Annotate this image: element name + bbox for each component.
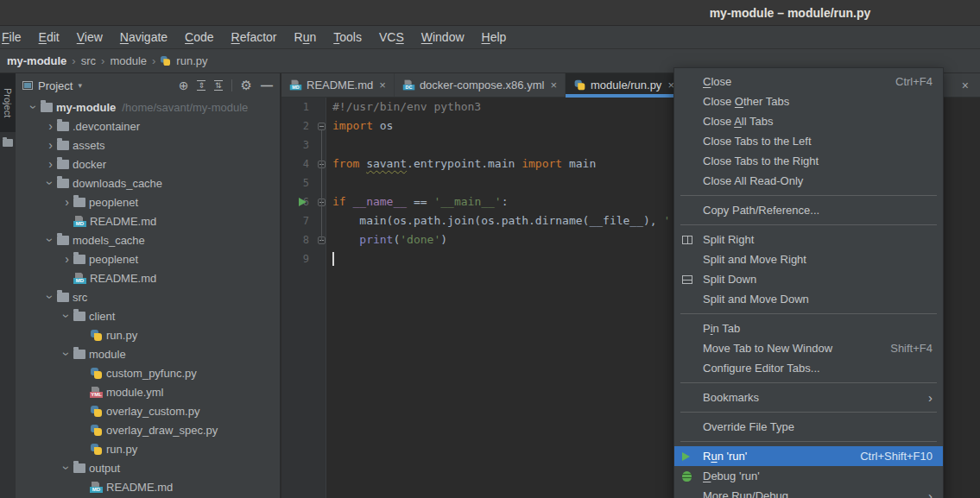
menu-item-split-down[interactable]: Split Down (674, 269, 943, 289)
project-tool-window-button[interactable]: Project (0, 73, 16, 132)
menu-vcs[interactable]: VCS (370, 26, 413, 49)
python-file-icon (160, 56, 171, 66)
breadcrumb-run-py[interactable]: run.py (174, 54, 209, 67)
tree-item-readme[interactable]: MDREADME.md (16, 211, 281, 230)
menu-item-configure-editor-tabs[interactable]: Configure Editor Tabs... (674, 358, 943, 378)
menu-item-debug-run[interactable]: Debug 'run' (674, 466, 943, 486)
chevron-right-icon[interactable] (44, 119, 57, 133)
menu-code[interactable]: Code (176, 26, 222, 49)
menu-item-close-tabs-left[interactable]: Close Tabs to the Left (674, 131, 943, 151)
menu-item-split-right[interactable]: Split Right (674, 230, 943, 249)
tab-docker-compose[interactable]: DC docker-compose.x86.yml (395, 73, 566, 97)
tree-item-run-py[interactable]: run.py (16, 439, 281, 458)
menu-refactor[interactable]: Refactor (223, 26, 286, 49)
menu-help[interactable]: Help (473, 26, 515, 49)
tree-item-models-cache[interactable]: models_cache (16, 230, 281, 249)
menu-file[interactable]: File (0, 26, 30, 49)
project-view-selector[interactable]: Project (38, 79, 73, 92)
close-icon[interactable] (951, 73, 980, 97)
menu-item-close-other-tabs[interactable]: Close Other Tabs (674, 91, 943, 111)
breadcrumb-module[interactable]: module (108, 54, 149, 67)
close-icon[interactable] (550, 79, 557, 91)
chevron-right-icon (101, 54, 104, 67)
folder-icon (73, 312, 85, 321)
breadcrumb-my-module[interactable]: my-module (5, 54, 68, 67)
chevron-right-icon[interactable] (44, 138, 57, 152)
breadcrumb-src[interactable]: src (79, 54, 98, 67)
submenu-arrow-icon (928, 489, 933, 498)
hide-panel-icon[interactable] (261, 79, 273, 91)
menu-run[interactable]: Run (286, 26, 326, 49)
tree-item-overlay-draw-spec[interactable]: overlay_draw_spec.py (16, 420, 281, 439)
menu-item-close-all-read-only[interactable]: Close All Read-Only (674, 171, 943, 191)
chevron-down-icon[interactable] (44, 290, 57, 304)
tree-item-my-module[interactable]: my-module/home/savant/my-module (16, 98, 281, 117)
chevron-right-icon[interactable] (60, 195, 73, 209)
tree-item-readme[interactable]: MDREADME.md (16, 477, 281, 496)
tab-module-run[interactable]: module/run.py (566, 73, 683, 97)
menu-item-run-run[interactable]: Run 'run'Ctrl+Shift+F10 (674, 446, 943, 466)
project-panel: Project my-module/home/savant/my-module … (16, 73, 281, 498)
fold-marker-icon[interactable] (318, 123, 326, 130)
menu-item-close-all-tabs[interactable]: Close All Tabs (674, 111, 943, 131)
folder-icon (57, 160, 69, 169)
tree-item-peoplenet[interactable]: peoplenet (16, 249, 281, 268)
chevron-down-icon[interactable] (78, 81, 82, 90)
tree-item-output[interactable]: output (16, 458, 281, 477)
chevron-right-icon (152, 54, 155, 67)
chevron-right-icon[interactable] (44, 157, 57, 171)
run-icon[interactable] (299, 198, 307, 206)
chevron-down-icon[interactable] (60, 461, 73, 475)
tree-item-devcontainer[interactable]: .devcontainer (16, 117, 281, 136)
menu-separator (680, 382, 937, 383)
expand-all-icon[interactable] (197, 80, 205, 91)
tree-item-readme[interactable]: MDREADME.md (16, 268, 281, 287)
menu-item-copy-path-reference[interactable]: Copy Path/Reference... (674, 200, 943, 220)
chevron-down-icon[interactable] (28, 100, 41, 114)
tree-item-custom-pyfunc[interactable]: custom_pyfunc.py (16, 363, 281, 382)
tree-item-peoplenet[interactable]: peoplenet (16, 192, 281, 211)
markdown-file-icon: MD (290, 80, 302, 91)
tree-item-module-yml[interactable]: YMLmodule.yml (16, 382, 281, 401)
menu-item-close[interactable]: CloseCtrl+F4 (674, 72, 943, 91)
collapse-all-icon[interactable] (214, 80, 223, 91)
menu-edit[interactable]: Edit (30, 26, 68, 49)
menu-navigate[interactable]: Navigate (111, 26, 176, 49)
tree-item-assets[interactable]: assets (16, 136, 281, 154)
menu-window[interactable]: Window (413, 26, 473, 49)
folder-icon (73, 463, 85, 473)
menu-item-split-and-move-down[interactable]: Split and Move Down (674, 289, 943, 309)
folder-icon (41, 103, 53, 112)
chevron-down-icon[interactable] (44, 233, 57, 247)
chevron-down-icon[interactable] (60, 347, 73, 361)
menu-separator (680, 195, 937, 196)
chevron-down-icon[interactable] (60, 309, 73, 323)
menu-item-bookmarks[interactable]: Bookmarks (674, 388, 943, 407)
tab-readme[interactable]: MD README.md (281, 73, 395, 97)
menu-item-more-run-debug[interactable]: More Run/Debug (674, 486, 943, 498)
menu-tools[interactable]: Tools (325, 26, 370, 49)
tree-item-overlay-custom[interactable]: overlay_custom.py (16, 401, 281, 420)
chevron-right-icon[interactable] (60, 252, 73, 266)
folder-icon (57, 122, 69, 131)
settings-gear-icon[interactable] (241, 79, 252, 91)
tree-item-downloads-cache[interactable]: downloads_cache (16, 173, 281, 192)
menu-item-split-and-move-right[interactable]: Split and Move Right (674, 249, 943, 269)
locate-icon[interactable] (179, 79, 189, 91)
menu-item-override-file-type[interactable]: Override File Type (674, 417, 943, 437)
tree-item-module[interactable]: module (16, 344, 281, 363)
menu-item-move-tab-new-window[interactable]: Move Tab to New WindowShift+F4 (674, 338, 943, 358)
tree-item-client[interactable]: client (16, 306, 281, 325)
menu-view[interactable]: View (68, 26, 111, 49)
menu-item-close-tabs-right[interactable]: Close Tabs to the Right (674, 151, 943, 171)
menu-item-pin-tab[interactable]: Pin Tab (674, 318, 943, 338)
python-file-icon (90, 330, 103, 341)
chevron-down-icon[interactable] (44, 176, 57, 190)
tree-item-docker[interactable]: docker (16, 154, 281, 173)
folder-icon (73, 255, 85, 264)
window-title: my-module – module/run.py (600, 0, 980, 26)
close-icon[interactable] (379, 79, 386, 91)
tree-item-run-py[interactable]: run.py (16, 325, 281, 344)
tree-item-src[interactable]: src (16, 287, 281, 306)
python-file-icon (90, 425, 103, 436)
